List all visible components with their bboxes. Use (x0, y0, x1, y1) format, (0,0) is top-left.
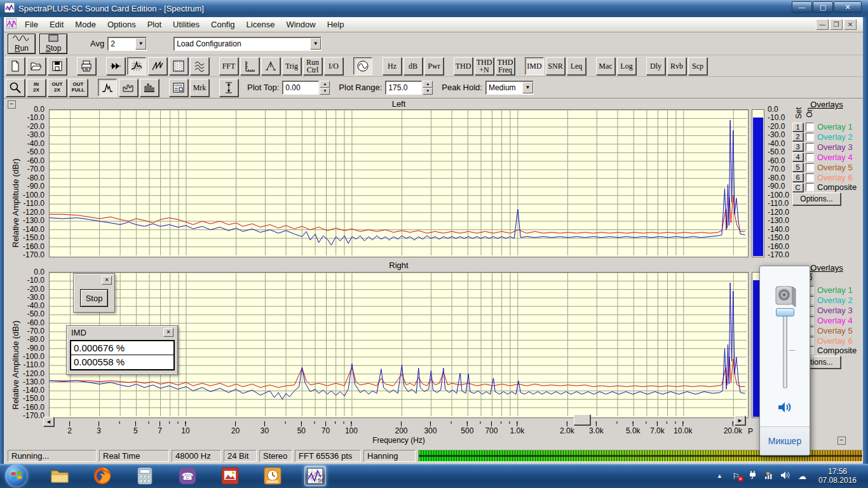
print-button[interactable] (77, 57, 96, 75)
overlay-on-checkbox-5[interactable] (806, 163, 814, 172)
floating-stop-button[interactable]: Stop (80, 289, 108, 307)
bar-plot-button[interactable] (119, 79, 138, 97)
plot-top-spinner[interactable]: ▲▼ (320, 81, 330, 95)
io-button[interactable]: I/O (324, 57, 343, 75)
scrollbar-right-arrow[interactable]: ▶ (735, 416, 745, 425)
mdi-restore-button[interactable]: ❐ (830, 19, 843, 30)
taskbar-explorer-icon[interactable] (49, 466, 71, 486)
plot-top-input[interactable]: 0.00 (282, 81, 319, 95)
overlay-set-button-1[interactable]: 1 (792, 123, 803, 132)
peak-hold-select[interactable]: Medium▼ (485, 81, 534, 95)
delay-button[interactable]: Dly (646, 57, 665, 75)
stop-window-close-icon[interactable]: ✕ (102, 276, 112, 285)
time-series-view-button[interactable] (148, 57, 167, 75)
stop-button[interactable]: Stop (39, 34, 67, 54)
start-button[interactable] (5, 464, 28, 487)
taskbar-spectraplus-icon[interactable]: SC (304, 466, 326, 486)
line-plot-button[interactable] (98, 79, 117, 97)
menu-license[interactable]: License (241, 18, 281, 31)
overlay-on-checkbox-2[interactable] (806, 133, 814, 141)
mixer-link[interactable]: Микшер (768, 436, 801, 446)
scaling-button[interactable] (240, 57, 259, 75)
save-button[interactable] (48, 57, 67, 75)
spectrum-view-button[interactable] (127, 57, 146, 75)
marker-button[interactable]: Mrk (190, 79, 209, 97)
spectrogram-view-button[interactable] (169, 57, 188, 75)
leq-button[interactable]: Leq (567, 57, 586, 75)
taskbar-firefox-icon[interactable] (92, 466, 113, 486)
db-button[interactable]: dB (403, 57, 423, 75)
display-options-button[interactable] (169, 79, 188, 97)
mdi-minimize-button[interactable]: — (816, 19, 829, 30)
avg-select[interactable]: 2▼ (107, 37, 147, 51)
new-file-button[interactable] (6, 57, 25, 75)
zoom-button[interactable] (6, 79, 25, 97)
plot-range-input[interactable]: 175.0 (385, 81, 422, 95)
tray-action-center-icon[interactable]: ⚐✕ (731, 471, 742, 481)
reverb-button[interactable]: Rvb (667, 57, 686, 75)
volume-slider-track[interactable] (783, 312, 787, 388)
trigger-button[interactable]: Trig (282, 57, 301, 75)
overlay-set-button-3[interactable]: 3 (792, 142, 803, 151)
zoom-out-2x-button[interactable]: OUT 2X (48, 79, 67, 97)
tray-volume-icon[interactable] (780, 471, 791, 482)
thdn-button[interactable]: THD +N (475, 57, 494, 75)
peak-hold-dropdown-arrow[interactable]: ▼ (522, 82, 533, 93)
imd-window-close-icon[interactable]: ✕ (163, 328, 173, 337)
tray-show-hidden-icon[interactable]: ▲ (714, 473, 725, 479)
menu-config[interactable]: Config (205, 18, 241, 31)
vertical-scale-button[interactable] (219, 79, 238, 97)
load-configuration-dropdown-arrow[interactable]: ▼ (310, 38, 321, 50)
zoom-in-2x-button[interactable]: IN 2X (27, 79, 46, 97)
signal-generator-button[interactable] (353, 57, 372, 75)
snr-button[interactable]: SNR (546, 57, 565, 75)
close-button[interactable]: ✕ (834, 1, 862, 13)
overlay-set-button-C[interactable]: C (792, 183, 803, 192)
imd-button[interactable]: IMD (525, 57, 544, 75)
maximize-button[interactable]: ▢ (813, 1, 833, 13)
menu-file[interactable]: File (19, 18, 44, 31)
taskbar-calculator-icon[interactable] (134, 466, 156, 486)
overlay-on-checkbox-1[interactable] (806, 123, 814, 131)
tray-cloud-icon[interactable]: ☁ (797, 471, 808, 481)
overlay-set-button-5[interactable]: 5 (792, 163, 803, 172)
taskbar-viber-icon[interactable]: ☎ (177, 466, 198, 486)
overlay-set-button-4[interactable]: 4 (792, 152, 803, 161)
plot-range-spinner[interactable]: ▲▼ (423, 81, 433, 95)
hz-button[interactable]: Hz (383, 57, 402, 75)
right-chart-collapse-button[interactable]: − (837, 437, 846, 445)
taskbar-picture-manager-icon[interactable] (219, 466, 241, 486)
left-chart-plot[interactable] (49, 109, 749, 257)
taskbar-clock[interactable]: 17:56 07.08.2016 (813, 467, 862, 485)
thd-button[interactable]: THD (454, 57, 473, 75)
thd-freq-button[interactable]: THD Freq (496, 57, 515, 75)
fft-settings-button[interactable]: FFT (219, 57, 238, 75)
overlay-on-checkbox-6[interactable] (806, 173, 814, 182)
menu-window[interactable]: Window (280, 18, 321, 31)
pwr-button[interactable]: Pwr (424, 57, 444, 75)
load-configuration-select[interactable]: Load Configuration▼ (173, 37, 322, 51)
overlay-on-checkbox-4[interactable] (806, 153, 814, 161)
calibration-button[interactable] (261, 57, 280, 75)
tray-network-icon[interactable]: ✱ (764, 471, 775, 482)
avg-dropdown-arrow[interactable]: ▼ (135, 38, 146, 50)
menu-options[interactable]: Options (102, 18, 142, 31)
surface-view-button[interactable] (190, 57, 209, 75)
run-control-button[interactable]: Run Ctrl (303, 57, 322, 75)
speaker-device-icon[interactable] (774, 284, 797, 311)
run-button[interactable]: Run (8, 34, 36, 54)
menu-edit[interactable]: Edit (44, 18, 69, 31)
macro-button[interactable]: Mac (596, 57, 615, 75)
log-button[interactable]: Log (617, 57, 636, 75)
overlays-options-button[interactable]: Options... (792, 193, 841, 205)
menu-utilities[interactable]: Utilities (167, 18, 205, 31)
open-file-button[interactable] (27, 57, 46, 75)
overlay-on-checkbox-3[interactable] (806, 143, 814, 151)
overlay-on-checkbox-C[interactable] (806, 183, 814, 191)
overlay-set-button-6[interactable]: 6 (792, 173, 803, 182)
overlay-set-button-2[interactable]: 2 (792, 132, 803, 141)
volume-slider-thumb[interactable] (776, 308, 794, 316)
menu-help[interactable]: Help (322, 18, 350, 31)
scope-button[interactable]: Scp (688, 57, 707, 75)
scrollbar-left-arrow[interactable]: ◀ (43, 417, 54, 426)
